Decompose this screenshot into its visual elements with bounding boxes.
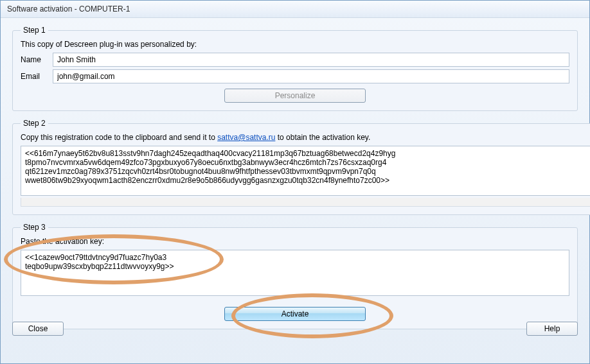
step2-legend: Step 2 <box>21 119 48 128</box>
support-email-link[interactable]: sattva@sattva.ru <box>217 133 275 142</box>
activation-window: Software activation - COMPUTER-1 Step 1 … <box>0 0 590 364</box>
activation-key-textarea[interactable] <box>21 250 569 296</box>
step2-intro: Copy this registration code to the clipb… <box>21 133 590 142</box>
step2-intro-after: to obtain the activation key. <box>275 133 370 142</box>
step1-legend: Step 1 <box>21 26 48 35</box>
registration-code-hscrollbar[interactable] <box>21 198 590 207</box>
step2-group: Step 2 Copy this registration code to th… <box>12 119 590 215</box>
step3-intro: Paste the activation key: <box>21 237 569 246</box>
email-label: Email <box>21 72 53 81</box>
help-button[interactable]: Help <box>526 322 578 336</box>
step1-intro: This copy of Descreen plug-in was person… <box>21 40 569 49</box>
email-input[interactable] <box>53 69 569 83</box>
activate-button[interactable]: Activate <box>224 307 366 321</box>
window-title: Software activation - COMPUTER-1 <box>1 1 589 18</box>
step1-group: Step 1 This copy of Descreen plug-in was… <box>12 26 578 111</box>
step2-intro-before: Copy this registration code to the clipb… <box>21 133 217 142</box>
personalize-button: Personalize <box>224 89 366 103</box>
name-input[interactable] <box>53 53 569 67</box>
registration-code-textarea[interactable] <box>21 146 590 196</box>
step3-legend: Step 3 <box>21 223 48 232</box>
close-button[interactable]: Close <box>12 322 64 336</box>
client-area: Step 1 This copy of Descreen plug-in was… <box>1 18 589 345</box>
step3-group: Step 3 Paste the activation key: Activat… <box>12 223 578 329</box>
name-label: Name <box>21 55 53 64</box>
footer: Close Help <box>12 322 578 336</box>
